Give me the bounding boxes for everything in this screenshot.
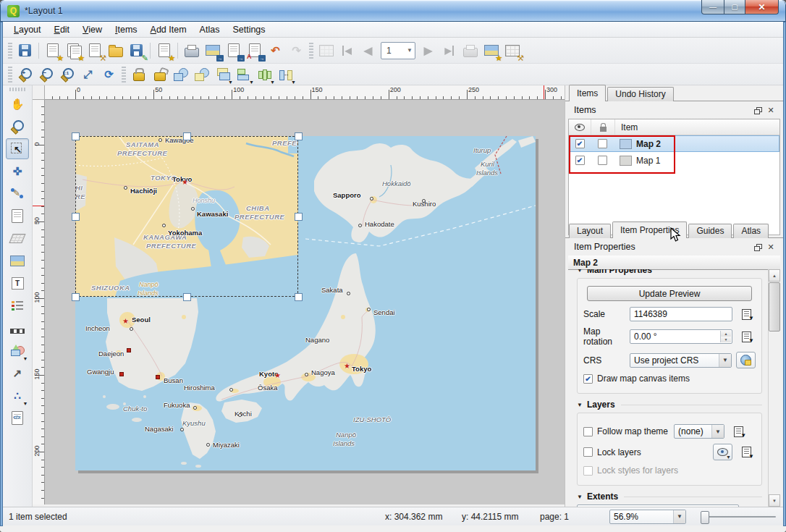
export-as-pdf-icon[interactable]: →A: [245, 41, 264, 60]
item-visibility-checkbox[interactable]: ✔: [575, 139, 585, 148]
add-picture[interactable]: [6, 250, 29, 271]
scroll-up-icon[interactable]: ▲: [769, 269, 780, 282]
dock-close-icon[interactable]: ✕: [764, 241, 777, 253]
add-scalebar[interactable]: [6, 318, 29, 339]
save-layout-icon[interactable]: [15, 41, 35, 60]
unlock-all-items-icon[interactable]: [150, 65, 169, 84]
add-map[interactable]: [6, 206, 29, 227]
item-row-map-1[interactable]: ✔✔Map 1: [569, 152, 779, 169]
selection-handle[interactable]: [295, 213, 303, 221]
move-item-content-tool[interactable]: ✜: [6, 161, 29, 182]
item-visibility-checkbox[interactable]: ✔: [575, 156, 585, 165]
zoom-actual-icon[interactable]: 1:1: [57, 65, 77, 84]
print-layout-icon[interactable]: [182, 41, 201, 60]
undo-icon[interactable]: ↶: [266, 41, 285, 60]
tab-item-properties[interactable]: Item Properties: [612, 221, 687, 238]
add-label[interactable]: T: [6, 273, 29, 294]
add-legend[interactable]: [6, 295, 29, 316]
title-bar[interactable]: Q *Layout 1 — ▢ ✕: [0, 0, 786, 22]
lock-selected-items-icon[interactable]: [129, 65, 148, 84]
lock-layers-checkbox[interactable]: ✔: [583, 447, 593, 457]
export-as-svg-icon[interactable]: ★→: [224, 41, 243, 60]
add-attribute-table[interactable]: [6, 430, 29, 451]
select-move-item-tool[interactable]: ↖: [6, 138, 29, 159]
zoom-tool[interactable]: [6, 116, 29, 137]
menu-add-item[interactable]: Add Item: [144, 23, 193, 36]
add-node-item[interactable]: ∴▼: [6, 385, 29, 406]
dock-float-icon[interactable]: [751, 241, 764, 253]
item-row-map-2[interactable]: ✔✔Map 2: [569, 135, 779, 152]
draw-map-canvas-items-checkbox[interactable]: ✔: [583, 374, 593, 384]
selection-handle[interactable]: [183, 132, 191, 140]
tab-layout[interactable]: Layout: [569, 224, 611, 238]
zoom-full-icon[interactable]: ⤢: [78, 65, 98, 84]
toolbar-handle[interactable]: [8, 43, 12, 59]
atlas-settings-icon[interactable]: ⚒: [502, 41, 522, 60]
edit-nodes-item-tool[interactable]: ✎: [6, 183, 29, 204]
group-items-icon[interactable]: [171, 65, 190, 84]
add-3d-map[interactable]: [6, 228, 29, 249]
save-as-template-icon[interactable]: ✎: [127, 41, 146, 60]
select-crs-button[interactable]: [736, 352, 756, 368]
resize-items-icon[interactable]: ↔▼: [276, 65, 295, 84]
menu-edit[interactable]: Edit: [48, 23, 77, 36]
menu-settings[interactable]: Settings: [226, 23, 271, 36]
layers-heading[interactable]: ▼ Layers: [577, 400, 762, 410]
export-atlas-icon[interactable]: ★: [481, 41, 501, 60]
data-defined-override-button[interactable]: ▼: [737, 307, 756, 321]
selection-handle[interactable]: [295, 132, 303, 140]
zoom-level-combo[interactable]: 56.9%▼: [609, 510, 686, 524]
atlas-page-combo[interactable]: 1▼: [381, 42, 415, 59]
new-layout-icon[interactable]: ★: [43, 41, 62, 60]
close-button[interactable]: ✕: [745, 0, 779, 14]
scale-input[interactable]: 1146389: [630, 307, 732, 321]
tab-guides[interactable]: Guides: [688, 224, 732, 238]
selection-handle[interactable]: [295, 293, 303, 301]
data-defined-override-button[interactable]: ▼: [729, 424, 748, 439]
refresh-view-icon[interactable]: ⟳: [99, 65, 119, 84]
map-item-1[interactable]: HokkaidōIturupKurilIslandsSapporoKushiro…: [75, 136, 536, 470]
zoom-out-icon[interactable]: −: [36, 65, 56, 84]
raise-selected-items-icon[interactable]: ▼: [213, 65, 232, 84]
selection-handle[interactable]: [183, 293, 191, 301]
dock-close-icon[interactable]: ✕: [764, 104, 777, 116]
add-arrow[interactable]: ↗: [6, 363, 29, 384]
data-defined-override-button[interactable]: ▼: [737, 445, 756, 460]
tab-atlas[interactable]: Atlas: [733, 224, 769, 238]
data-defined-override-button[interactable]: ▼: [737, 329, 756, 344]
pan-layout-tool[interactable]: ✋: [6, 93, 29, 114]
spinner-arrows[interactable]: ▲▼: [720, 331, 731, 342]
distribute-items-icon[interactable]: ▼: [255, 65, 274, 84]
open-layout-icon[interactable]: [106, 41, 125, 60]
visible-layers-button[interactable]: ▼: [713, 444, 732, 460]
update-preview-button[interactable]: Update Preview: [587, 286, 752, 301]
item-lock-checkbox[interactable]: ✔: [598, 156, 607, 165]
map-theme-combo[interactable]: (none)▼: [674, 424, 724, 439]
menu-layout[interactable]: Layout: [7, 23, 48, 36]
minimize-button[interactable]: —: [701, 0, 724, 14]
menu-atlas[interactable]: Atlas: [193, 23, 227, 36]
export-as-image-icon[interactable]: →: [203, 41, 222, 60]
crs-combo[interactable]: Use project CRS▼: [630, 353, 732, 368]
map-rotation-spinbox[interactable]: 0.00 ° ▲▼: [630, 329, 732, 344]
toolbar-handle[interactable]: [8, 67, 12, 83]
menu-items[interactable]: Items: [109, 23, 144, 36]
ungroup-items-icon[interactable]: [192, 65, 211, 84]
zoom-slider[interactable]: [695, 510, 779, 524]
add-shape[interactable]: ▼: [6, 340, 29, 361]
selection-handle[interactable]: [72, 293, 80, 301]
add-html[interactable]: </>: [6, 408, 29, 428]
layout-canvas[interactable]: HokkaidōIturupKurilIslandsSapporoKushiro…: [45, 100, 565, 504]
zoom-in-icon[interactable]: +: [15, 65, 35, 84]
layout-manager-icon[interactable]: ⚒: [85, 41, 104, 60]
align-selected-items-icon[interactable]: ▼: [234, 65, 253, 84]
item-lock-checkbox[interactable]: ✔: [598, 139, 607, 148]
follow-map-theme-checkbox[interactable]: ✔: [583, 427, 593, 436]
duplicate-layout-icon[interactable]: ★: [64, 41, 83, 60]
tab-undo-history[interactable]: Undo History: [607, 87, 673, 101]
maximize-button[interactable]: ▢: [724, 0, 745, 14]
selection-handle[interactable]: [72, 213, 80, 221]
properties-scrollbar[interactable]: ▲ ▼: [768, 269, 780, 507]
scrollbar-thumb[interactable]: [769, 282, 780, 332]
dock-float-icon[interactable]: [751, 104, 764, 116]
